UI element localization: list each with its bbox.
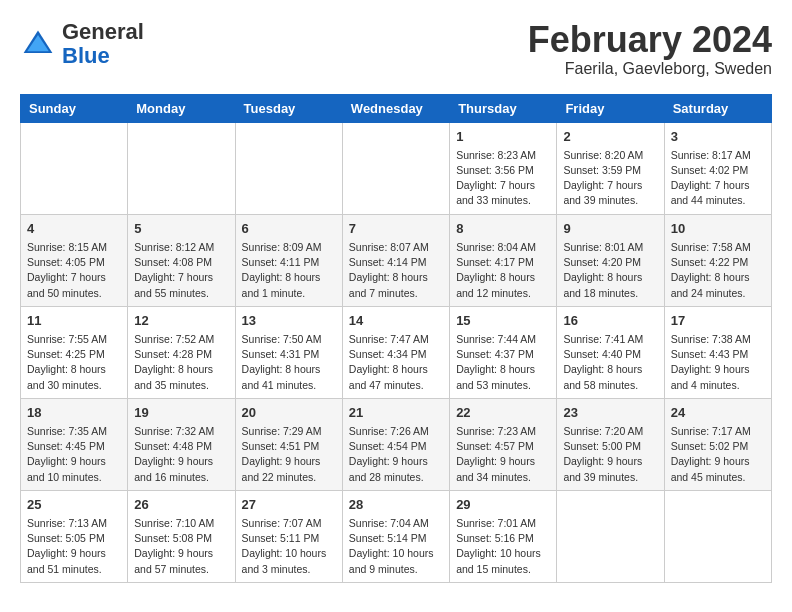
day-info: Sunrise: 7:29 AM Sunset: 4:51 PM Dayligh…	[242, 424, 336, 485]
calendar-cell	[342, 122, 449, 214]
day-info: Sunrise: 7:41 AM Sunset: 4:40 PM Dayligh…	[563, 332, 657, 393]
calendar-cell: 19Sunrise: 7:32 AM Sunset: 4:48 PM Dayli…	[128, 398, 235, 490]
day-number: 14	[349, 312, 443, 330]
day-number: 13	[242, 312, 336, 330]
weekday-header-friday: Friday	[557, 94, 664, 122]
calendar-cell	[557, 490, 664, 582]
day-info: Sunrise: 7:44 AM Sunset: 4:37 PM Dayligh…	[456, 332, 550, 393]
calendar-cell: 22Sunrise: 7:23 AM Sunset: 4:57 PM Dayli…	[450, 398, 557, 490]
calendar-cell: 7Sunrise: 8:07 AM Sunset: 4:14 PM Daylig…	[342, 214, 449, 306]
logo-general: General	[62, 19, 144, 44]
calendar-cell: 21Sunrise: 7:26 AM Sunset: 4:54 PM Dayli…	[342, 398, 449, 490]
day-info: Sunrise: 7:17 AM Sunset: 5:02 PM Dayligh…	[671, 424, 765, 485]
day-info: Sunrise: 7:50 AM Sunset: 4:31 PM Dayligh…	[242, 332, 336, 393]
calendar-cell: 18Sunrise: 7:35 AM Sunset: 4:45 PM Dayli…	[21, 398, 128, 490]
day-info: Sunrise: 7:26 AM Sunset: 4:54 PM Dayligh…	[349, 424, 443, 485]
calendar-cell	[128, 122, 235, 214]
day-number: 25	[27, 496, 121, 514]
day-number: 10	[671, 220, 765, 238]
logo: General Blue	[20, 20, 144, 68]
calendar-table: SundayMondayTuesdayWednesdayThursdayFrid…	[20, 94, 772, 583]
day-number: 20	[242, 404, 336, 422]
day-number: 7	[349, 220, 443, 238]
day-info: Sunrise: 7:10 AM Sunset: 5:08 PM Dayligh…	[134, 516, 228, 577]
calendar-cell: 23Sunrise: 7:20 AM Sunset: 5:00 PM Dayli…	[557, 398, 664, 490]
day-info: Sunrise: 7:13 AM Sunset: 5:05 PM Dayligh…	[27, 516, 121, 577]
day-info: Sunrise: 8:09 AM Sunset: 4:11 PM Dayligh…	[242, 240, 336, 301]
day-info: Sunrise: 8:12 AM Sunset: 4:08 PM Dayligh…	[134, 240, 228, 301]
day-info: Sunrise: 8:20 AM Sunset: 3:59 PM Dayligh…	[563, 148, 657, 209]
day-info: Sunrise: 7:07 AM Sunset: 5:11 PM Dayligh…	[242, 516, 336, 577]
day-info: Sunrise: 7:47 AM Sunset: 4:34 PM Dayligh…	[349, 332, 443, 393]
day-number: 27	[242, 496, 336, 514]
calendar-cell: 1Sunrise: 8:23 AM Sunset: 3:56 PM Daylig…	[450, 122, 557, 214]
day-info: Sunrise: 8:07 AM Sunset: 4:14 PM Dayligh…	[349, 240, 443, 301]
day-number: 12	[134, 312, 228, 330]
weekday-header-saturday: Saturday	[664, 94, 771, 122]
calendar-cell: 29Sunrise: 7:01 AM Sunset: 5:16 PM Dayli…	[450, 490, 557, 582]
calendar-cell: 20Sunrise: 7:29 AM Sunset: 4:51 PM Dayli…	[235, 398, 342, 490]
calendar-cell: 6Sunrise: 8:09 AM Sunset: 4:11 PM Daylig…	[235, 214, 342, 306]
day-info: Sunrise: 7:35 AM Sunset: 4:45 PM Dayligh…	[27, 424, 121, 485]
day-number: 5	[134, 220, 228, 238]
day-info: Sunrise: 8:04 AM Sunset: 4:17 PM Dayligh…	[456, 240, 550, 301]
calendar-cell: 11Sunrise: 7:55 AM Sunset: 4:25 PM Dayli…	[21, 306, 128, 398]
weekday-header-sunday: Sunday	[21, 94, 128, 122]
day-number: 4	[27, 220, 121, 238]
day-info: Sunrise: 7:55 AM Sunset: 4:25 PM Dayligh…	[27, 332, 121, 393]
calendar-cell	[664, 490, 771, 582]
calendar-cell: 14Sunrise: 7:47 AM Sunset: 4:34 PM Dayli…	[342, 306, 449, 398]
calendar-cell: 26Sunrise: 7:10 AM Sunset: 5:08 PM Dayli…	[128, 490, 235, 582]
day-number: 11	[27, 312, 121, 330]
day-number: 2	[563, 128, 657, 146]
logo-text: General Blue	[62, 20, 144, 68]
calendar-cell: 9Sunrise: 8:01 AM Sunset: 4:20 PM Daylig…	[557, 214, 664, 306]
day-info: Sunrise: 7:52 AM Sunset: 4:28 PM Dayligh…	[134, 332, 228, 393]
weekday-header-tuesday: Tuesday	[235, 94, 342, 122]
calendar-cell: 8Sunrise: 8:04 AM Sunset: 4:17 PM Daylig…	[450, 214, 557, 306]
day-number: 26	[134, 496, 228, 514]
calendar-cell: 28Sunrise: 7:04 AM Sunset: 5:14 PM Dayli…	[342, 490, 449, 582]
day-number: 15	[456, 312, 550, 330]
day-info: Sunrise: 8:01 AM Sunset: 4:20 PM Dayligh…	[563, 240, 657, 301]
day-number: 24	[671, 404, 765, 422]
day-number: 23	[563, 404, 657, 422]
day-number: 1	[456, 128, 550, 146]
calendar-cell: 4Sunrise: 8:15 AM Sunset: 4:05 PM Daylig…	[21, 214, 128, 306]
day-info: Sunrise: 7:58 AM Sunset: 4:22 PM Dayligh…	[671, 240, 765, 301]
location: Faerila, Gaevleborg, Sweden	[528, 60, 772, 78]
calendar-cell: 10Sunrise: 7:58 AM Sunset: 4:22 PM Dayli…	[664, 214, 771, 306]
weekday-header-monday: Monday	[128, 94, 235, 122]
calendar-week-row: 18Sunrise: 7:35 AM Sunset: 4:45 PM Dayli…	[21, 398, 772, 490]
day-number: 9	[563, 220, 657, 238]
day-number: 8	[456, 220, 550, 238]
day-number: 21	[349, 404, 443, 422]
weekday-header-thursday: Thursday	[450, 94, 557, 122]
day-number: 16	[563, 312, 657, 330]
calendar-week-row: 4Sunrise: 8:15 AM Sunset: 4:05 PM Daylig…	[21, 214, 772, 306]
day-number: 29	[456, 496, 550, 514]
day-number: 28	[349, 496, 443, 514]
day-number: 22	[456, 404, 550, 422]
calendar-week-row: 11Sunrise: 7:55 AM Sunset: 4:25 PM Dayli…	[21, 306, 772, 398]
day-info: Sunrise: 7:20 AM Sunset: 5:00 PM Dayligh…	[563, 424, 657, 485]
month-year: February 2024	[528, 20, 772, 60]
day-info: Sunrise: 8:23 AM Sunset: 3:56 PM Dayligh…	[456, 148, 550, 209]
day-info: Sunrise: 7:32 AM Sunset: 4:48 PM Dayligh…	[134, 424, 228, 485]
calendar-cell: 3Sunrise: 8:17 AM Sunset: 4:02 PM Daylig…	[664, 122, 771, 214]
calendar-cell: 2Sunrise: 8:20 AM Sunset: 3:59 PM Daylig…	[557, 122, 664, 214]
calendar-cell: 12Sunrise: 7:52 AM Sunset: 4:28 PM Dayli…	[128, 306, 235, 398]
title-block: February 2024 Faerila, Gaevleborg, Swede…	[528, 20, 772, 78]
calendar-cell	[235, 122, 342, 214]
day-info: Sunrise: 8:17 AM Sunset: 4:02 PM Dayligh…	[671, 148, 765, 209]
calendar-cell: 25Sunrise: 7:13 AM Sunset: 5:05 PM Dayli…	[21, 490, 128, 582]
day-info: Sunrise: 7:23 AM Sunset: 4:57 PM Dayligh…	[456, 424, 550, 485]
day-info: Sunrise: 7:04 AM Sunset: 5:14 PM Dayligh…	[349, 516, 443, 577]
day-number: 19	[134, 404, 228, 422]
calendar-cell: 13Sunrise: 7:50 AM Sunset: 4:31 PM Dayli…	[235, 306, 342, 398]
day-info: Sunrise: 7:38 AM Sunset: 4:43 PM Dayligh…	[671, 332, 765, 393]
page-header: General Blue February 2024 Faerila, Gaev…	[20, 20, 772, 78]
logo-icon	[20, 26, 56, 62]
calendar-week-row: 25Sunrise: 7:13 AM Sunset: 5:05 PM Dayli…	[21, 490, 772, 582]
weekday-header-wednesday: Wednesday	[342, 94, 449, 122]
